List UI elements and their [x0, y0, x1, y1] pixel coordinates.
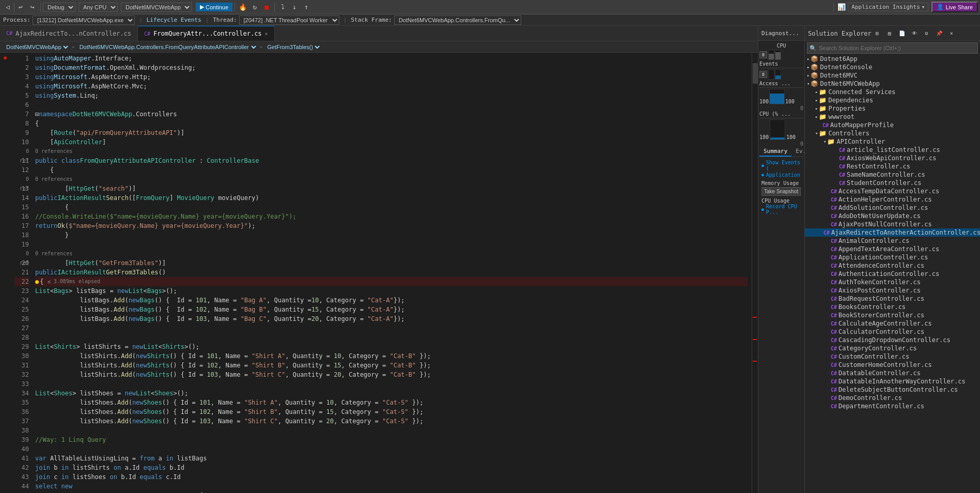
tree-item-dependencies[interactable]: ▸📁Dependencies — [805, 96, 980, 104]
tree-item-axiospostcontroller-cs[interactable]: C#AxiosPostController.cs — [805, 286, 980, 295]
tree-item-ajaxredirecttoanotheractioncontroller-cs[interactable]: C#AjaxRedirectToAnotherActionController.… — [805, 228, 980, 237]
tree-item-restcontroller-cs[interactable]: C#RestController.cs — [805, 162, 980, 171]
tree-item-datatableinanotherwaycontroller-cs[interactable]: C#DatatableInAnotherWayController.cs — [805, 377, 980, 386]
diagnostics-icon[interactable]: 📊 — [836, 2, 847, 13]
tab-fromquery[interactable]: C# FromQueryAttr...Controller.cs × — [138, 26, 275, 41]
insights-button[interactable]: Application Insights ▾ — [848, 3, 928, 11]
code-content[interactable]: using AutoMapper.Interface; using Docume… — [31, 53, 752, 493]
breadcrumb-namespace[interactable]: DotNet6MVCWebApp — [4, 43, 70, 51]
tree-item-connected-services[interactable]: ▸📁Connected Services — [805, 88, 980, 96]
se-search-box[interactable]: 🔍 — [807, 42, 978, 54]
step-out-icon[interactable]: ↑ — [301, 2, 312, 13]
tree-item-appendtextareacontroller-cs[interactable]: C#AppendTextAreaController.cs — [805, 245, 980, 253]
tree-item-customcontroller-cs[interactable]: C#CustomController.cs — [805, 352, 980, 361]
tree-item-departmentcontroller-cs[interactable]: C#DepartmentController.cs — [805, 402, 980, 410]
tree-item-samenamecontroller-cs[interactable]: C#SameNameController.cs — [805, 171, 980, 179]
tree-item-axioswebapicontroller-cs[interactable]: C#AxiosWebApiController.cs — [805, 154, 980, 162]
liveshare-button[interactable]: 👤 Live Share — [931, 2, 978, 12]
cpu-dropdown[interactable]: Any CPU — [79, 3, 118, 12]
gutter-breakpoint-22[interactable]: ● — [0, 53, 10, 62]
tree-item-properties[interactable]: ▸📁Properties — [805, 104, 980, 113]
se-collapse-btn[interactable]: ▤ — [884, 28, 895, 39]
tree-item-dotnet6app[interactable]: ▸📦Dotnet6App — [805, 55, 980, 63]
pause-btn[interactable]: ⏸ — [759, 51, 767, 58]
se-properties-btn[interactable]: ⚙ — [921, 28, 932, 39]
tree-arrow[interactable]: ▸ — [815, 89, 818, 95]
flame-icon[interactable]: 🔥 — [237, 2, 248, 13]
tree-item-dotnet6console[interactable]: ▸📦Dotnet6Console — [805, 63, 980, 71]
se-close-btn[interactable]: × — [946, 28, 957, 39]
tree-item-apicontroller[interactable]: ▾📁APIController — [805, 137, 980, 146]
tree-item-addsolutioncontroller-cs[interactable]: C#AddSolutionController.cs — [805, 204, 980, 212]
tree-item-bookscontroller-cs[interactable]: C#BooksController.cs — [805, 303, 980, 311]
tree-item-wwwroot[interactable]: ▸📁wwwroot — [805, 113, 980, 121]
search-input[interactable] — [819, 45, 975, 51]
take-snapshot-btn[interactable]: Take Snapshot — [761, 187, 801, 196]
continue-button[interactable]: ▶ Continue — [196, 3, 232, 11]
tree-item-attendencecontroller-cs[interactable]: C#AttendenceController.cs — [805, 261, 980, 270]
application-item[interactable]: Application — [761, 172, 801, 178]
tree-arrow[interactable]: ▸ — [815, 98, 818, 103]
se-pin-btn[interactable]: 📌 — [934, 28, 945, 39]
tree-arrow[interactable]: ▸ — [807, 73, 810, 78]
tab-close-btn[interactable]: × — [265, 31, 268, 37]
tree-item-applicationcontroller-cs[interactable]: C#ApplicationController.cs — [805, 253, 980, 261]
tree-item-calculatorcontroller-cs[interactable]: C#CalculatorController.cs — [805, 328, 980, 336]
tree-item-adodotnetuserupdate-cs[interactable]: C#AdoDotNetUserUpdate.cs — [805, 212, 980, 220]
events-tab[interactable]: Ev... — [791, 147, 804, 157]
tree-item-categorycontroller-cs[interactable]: C#CategoryController.cs — [805, 344, 980, 352]
tree-item-studentcontroller-cs[interactable]: C#StudentController.cs — [805, 179, 980, 187]
undo-btn[interactable]: ↩ — [15, 2, 26, 13]
tree-arrow[interactable]: ▸ — [807, 65, 810, 70]
tree-arrow[interactable]: ▾ — [815, 131, 818, 136]
record-cpu-btn[interactable]: Record CPU P... — [761, 204, 801, 215]
tree-item-cascadingdropdowncontroller-cs[interactable]: C#CascadingDropdownController.cs — [805, 336, 980, 344]
tree-item-bookstorercontroller-cs[interactable]: C#BookStorerController.cs — [805, 311, 980, 319]
tree-arrow[interactable]: ▾ — [823, 139, 826, 144]
thread-select[interactable]: [20472] .NET ThreadPool Worker — [239, 16, 339, 25]
tree-item-accesstempdatacontroller-cs[interactable]: C#AccessTempDataController.cs — [805, 187, 980, 195]
stack-select[interactable]: DotNet6MVCWebApp.Controllers.FromQu... — [394, 16, 521, 25]
tree-item-deletesubjectbuttoncontroller-cs[interactable]: C#DeleteSubjectButtonController.cs — [805, 386, 980, 394]
tree-item-badrequestcontroller-cs[interactable]: C#BadRequestController.cs — [805, 295, 980, 303]
tree-item-animalcontroller-cs[interactable]: C#AnimalController.cs — [805, 237, 980, 245]
summary-tab[interactable]: Summary — [759, 147, 791, 157]
tree-item-controllers[interactable]: ▾📁Controllers — [805, 129, 980, 137]
tab-ajax[interactable]: C# AjaxRedirectTo...nController.cs — [0, 26, 138, 41]
editor-scrollbar[interactable] — [752, 53, 758, 493]
tree-arrow[interactable]: ▾ — [807, 81, 810, 86]
stop-icon[interactable]: ■ — [261, 2, 272, 13]
process-select[interactable]: [13212] DotNet6MVCWebApp.exe — [33, 16, 135, 25]
tree-arrow[interactable]: ▸ — [807, 56, 810, 61]
tree-item-datatablecontroller-cs[interactable]: C#DatatableController.cs — [805, 369, 980, 377]
tree-item-calculateagecontroller-cs[interactable]: C#CalculateAgeController.cs — [805, 319, 980, 328]
restart-icon[interactable]: ↻ — [249, 2, 260, 13]
tree-item-ajaxpostnullcontroller-cs[interactable]: C#AjaxPostNullController.cs — [805, 220, 980, 228]
scrollbar-thumb[interactable] — [753, 63, 758, 84]
tree-item-dotnet6mvc[interactable]: ▸📦Dotnet6MVC — [805, 71, 980, 80]
tree-item-democontroller-cs[interactable]: C#DemoController.cs — [805, 394, 980, 402]
se-new-file-btn[interactable]: 📄 — [896, 28, 908, 39]
se-sync-btn[interactable]: ⊞ — [872, 28, 883, 39]
step-into-icon[interactable]: ↓ — [289, 2, 300, 13]
event-pause-btn[interactable]: ⏸ — [759, 71, 767, 78]
debug-dropdown[interactable]: Debug — [43, 3, 75, 12]
back-btn[interactable]: ◁ — [2, 2, 13, 13]
tree-item-customerhomecontroller-cs[interactable]: C#CustomerHomeController.cs — [805, 361, 980, 369]
tree-label: AxiosPostController.cs — [838, 287, 921, 294]
tree-arrow[interactable]: ▸ — [815, 114, 818, 119]
tree-arrow[interactable]: ▸ — [815, 106, 818, 111]
show-events-item[interactable]: Show Events ( — [761, 159, 801, 172]
project-dropdown[interactable]: DotNet6MVCWebApp — [121, 3, 192, 12]
step-over-icon[interactable]: ⤵ — [277, 2, 288, 13]
se-show-all-btn[interactable]: 👁 — [909, 28, 920, 39]
tree-item-article-listcontroller-cs[interactable]: C#article_listController.cs — [805, 146, 980, 154]
tree-item-authtokencontroller-cs[interactable]: C#AuthTokenController.cs — [805, 278, 980, 286]
redo-btn[interactable]: ↪ — [27, 2, 38, 13]
tree-item-actionhelpercontroller-cs[interactable]: C#ActionHelperController.cs — [805, 195, 980, 204]
breadcrumb-method[interactable]: GetFrom3Tables() — [265, 43, 321, 51]
breadcrumb-controller[interactable]: DotNet6MVCWebApp.Controllers.FromQueryAt… — [77, 43, 258, 51]
tree-item-authenticationcontroller-cs[interactable]: C#AuthenticationController.cs — [805, 270, 980, 278]
tree-item-dotnet6mvcwebapp[interactable]: ▾📦DotNet6MVCWebApp — [805, 80, 980, 88]
tree-item-automapperprofile[interactable]: C#AutoMapperProfile — [805, 121, 980, 129]
